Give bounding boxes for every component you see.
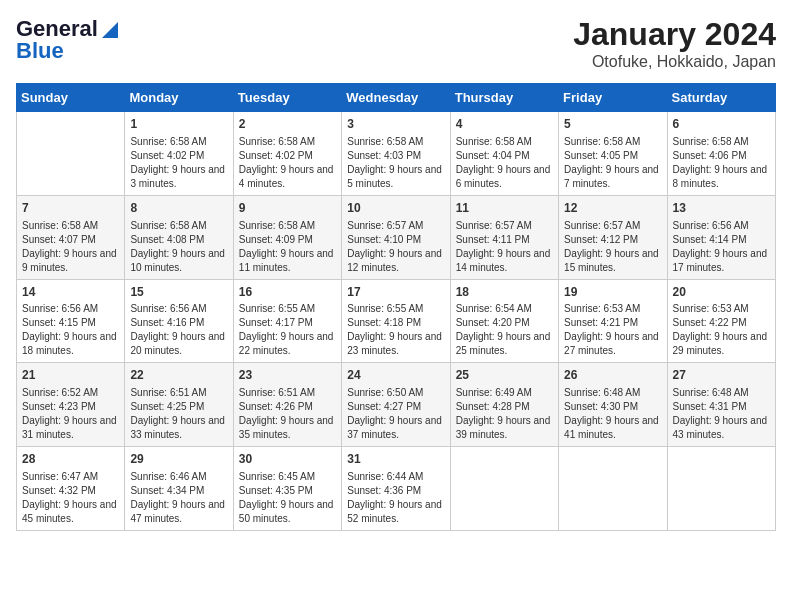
day-number: 19 [564, 284, 661, 301]
week-row-2: 14Sunrise: 6:56 AMSunset: 4:15 PMDayligh… [17, 279, 776, 363]
header-wednesday: Wednesday [342, 84, 450, 112]
page-title: January 2024 [573, 16, 776, 53]
day-number: 13 [673, 200, 770, 217]
day-info: Sunrise: 6:55 AMSunset: 4:18 PMDaylight:… [347, 302, 444, 358]
day-info: Sunrise: 6:56 AMSunset: 4:16 PMDaylight:… [130, 302, 227, 358]
calendar-cell: 7Sunrise: 6:58 AMSunset: 4:07 PMDaylight… [17, 195, 125, 279]
calendar-cell: 13Sunrise: 6:56 AMSunset: 4:14 PMDayligh… [667, 195, 775, 279]
day-number: 31 [347, 451, 444, 468]
day-info: Sunrise: 6:58 AMSunset: 4:09 PMDaylight:… [239, 219, 336, 275]
calendar-cell [450, 447, 558, 531]
day-number: 22 [130, 367, 227, 384]
day-number: 28 [22, 451, 119, 468]
day-number: 18 [456, 284, 553, 301]
day-info: Sunrise: 6:58 AMSunset: 4:03 PMDaylight:… [347, 135, 444, 191]
calendar-header-row: SundayMondayTuesdayWednesdayThursdayFrid… [17, 84, 776, 112]
day-info: Sunrise: 6:57 AMSunset: 4:12 PMDaylight:… [564, 219, 661, 275]
day-info: Sunrise: 6:46 AMSunset: 4:34 PMDaylight:… [130, 470, 227, 526]
day-info: Sunrise: 6:58 AMSunset: 4:05 PMDaylight:… [564, 135, 661, 191]
calendar-cell: 30Sunrise: 6:45 AMSunset: 4:35 PMDayligh… [233, 447, 341, 531]
day-number: 8 [130, 200, 227, 217]
day-info: Sunrise: 6:57 AMSunset: 4:10 PMDaylight:… [347, 219, 444, 275]
week-row-1: 7Sunrise: 6:58 AMSunset: 4:07 PMDaylight… [17, 195, 776, 279]
logo-arrow-icon [100, 18, 120, 40]
calendar-cell: 22Sunrise: 6:51 AMSunset: 4:25 PMDayligh… [125, 363, 233, 447]
calendar-cell: 12Sunrise: 6:57 AMSunset: 4:12 PMDayligh… [559, 195, 667, 279]
week-row-4: 28Sunrise: 6:47 AMSunset: 4:32 PMDayligh… [17, 447, 776, 531]
day-info: Sunrise: 6:53 AMSunset: 4:21 PMDaylight:… [564, 302, 661, 358]
header-monday: Monday [125, 84, 233, 112]
day-info: Sunrise: 6:58 AMSunset: 4:04 PMDaylight:… [456, 135, 553, 191]
day-number: 3 [347, 116, 444, 133]
day-number: 25 [456, 367, 553, 384]
calendar-cell: 10Sunrise: 6:57 AMSunset: 4:10 PMDayligh… [342, 195, 450, 279]
day-info: Sunrise: 6:56 AMSunset: 4:15 PMDaylight:… [22, 302, 119, 358]
header-thursday: Thursday [450, 84, 558, 112]
day-number: 14 [22, 284, 119, 301]
day-number: 30 [239, 451, 336, 468]
day-number: 24 [347, 367, 444, 384]
calendar-cell: 15Sunrise: 6:56 AMSunset: 4:16 PMDayligh… [125, 279, 233, 363]
calendar-cell: 14Sunrise: 6:56 AMSunset: 4:15 PMDayligh… [17, 279, 125, 363]
day-info: Sunrise: 6:49 AMSunset: 4:28 PMDaylight:… [456, 386, 553, 442]
day-number: 6 [673, 116, 770, 133]
svg-marker-0 [102, 22, 118, 38]
page-header: General Blue January 2024 Otofuke, Hokka… [16, 16, 776, 71]
day-number: 20 [673, 284, 770, 301]
day-info: Sunrise: 6:45 AMSunset: 4:35 PMDaylight:… [239, 470, 336, 526]
day-info: Sunrise: 6:58 AMSunset: 4:08 PMDaylight:… [130, 219, 227, 275]
header-sunday: Sunday [17, 84, 125, 112]
day-number: 1 [130, 116, 227, 133]
calendar-cell [559, 447, 667, 531]
day-info: Sunrise: 6:52 AMSunset: 4:23 PMDaylight:… [22, 386, 119, 442]
calendar-cell: 5Sunrise: 6:58 AMSunset: 4:05 PMDaylight… [559, 112, 667, 196]
day-info: Sunrise: 6:58 AMSunset: 4:06 PMDaylight:… [673, 135, 770, 191]
logo: General Blue [16, 16, 120, 64]
day-number: 9 [239, 200, 336, 217]
day-info: Sunrise: 6:55 AMSunset: 4:17 PMDaylight:… [239, 302, 336, 358]
calendar-cell: 11Sunrise: 6:57 AMSunset: 4:11 PMDayligh… [450, 195, 558, 279]
day-info: Sunrise: 6:48 AMSunset: 4:31 PMDaylight:… [673, 386, 770, 442]
calendar-cell: 17Sunrise: 6:55 AMSunset: 4:18 PMDayligh… [342, 279, 450, 363]
day-info: Sunrise: 6:53 AMSunset: 4:22 PMDaylight:… [673, 302, 770, 358]
day-info: Sunrise: 6:51 AMSunset: 4:26 PMDaylight:… [239, 386, 336, 442]
week-row-0: 1Sunrise: 6:58 AMSunset: 4:02 PMDaylight… [17, 112, 776, 196]
day-number: 16 [239, 284, 336, 301]
logo-blue: Blue [16, 38, 64, 64]
day-number: 17 [347, 284, 444, 301]
day-number: 27 [673, 367, 770, 384]
calendar-cell: 3Sunrise: 6:58 AMSunset: 4:03 PMDaylight… [342, 112, 450, 196]
calendar-cell: 31Sunrise: 6:44 AMSunset: 4:36 PMDayligh… [342, 447, 450, 531]
calendar-cell: 29Sunrise: 6:46 AMSunset: 4:34 PMDayligh… [125, 447, 233, 531]
calendar-cell: 23Sunrise: 6:51 AMSunset: 4:26 PMDayligh… [233, 363, 341, 447]
week-row-3: 21Sunrise: 6:52 AMSunset: 4:23 PMDayligh… [17, 363, 776, 447]
calendar-cell: 6Sunrise: 6:58 AMSunset: 4:06 PMDaylight… [667, 112, 775, 196]
calendar-cell [667, 447, 775, 531]
day-info: Sunrise: 6:51 AMSunset: 4:25 PMDaylight:… [130, 386, 227, 442]
day-number: 15 [130, 284, 227, 301]
calendar-cell: 19Sunrise: 6:53 AMSunset: 4:21 PMDayligh… [559, 279, 667, 363]
day-number: 23 [239, 367, 336, 384]
day-info: Sunrise: 6:47 AMSunset: 4:32 PMDaylight:… [22, 470, 119, 526]
day-number: 29 [130, 451, 227, 468]
calendar-cell: 25Sunrise: 6:49 AMSunset: 4:28 PMDayligh… [450, 363, 558, 447]
header-saturday: Saturday [667, 84, 775, 112]
calendar-cell: 8Sunrise: 6:58 AMSunset: 4:08 PMDaylight… [125, 195, 233, 279]
calendar-cell: 1Sunrise: 6:58 AMSunset: 4:02 PMDaylight… [125, 112, 233, 196]
day-info: Sunrise: 6:50 AMSunset: 4:27 PMDaylight:… [347, 386, 444, 442]
calendar-cell: 2Sunrise: 6:58 AMSunset: 4:02 PMDaylight… [233, 112, 341, 196]
calendar-cell: 27Sunrise: 6:48 AMSunset: 4:31 PMDayligh… [667, 363, 775, 447]
day-info: Sunrise: 6:58 AMSunset: 4:07 PMDaylight:… [22, 219, 119, 275]
calendar-table: SundayMondayTuesdayWednesdayThursdayFrid… [16, 83, 776, 531]
calendar-cell: 18Sunrise: 6:54 AMSunset: 4:20 PMDayligh… [450, 279, 558, 363]
calendar-cell: 9Sunrise: 6:58 AMSunset: 4:09 PMDaylight… [233, 195, 341, 279]
day-info: Sunrise: 6:57 AMSunset: 4:11 PMDaylight:… [456, 219, 553, 275]
day-info: Sunrise: 6:56 AMSunset: 4:14 PMDaylight:… [673, 219, 770, 275]
day-number: 11 [456, 200, 553, 217]
day-number: 21 [22, 367, 119, 384]
page-subtitle: Otofuke, Hokkaido, Japan [573, 53, 776, 71]
calendar-cell: 20Sunrise: 6:53 AMSunset: 4:22 PMDayligh… [667, 279, 775, 363]
calendar-cell: 4Sunrise: 6:58 AMSunset: 4:04 PMDaylight… [450, 112, 558, 196]
day-number: 12 [564, 200, 661, 217]
calendar-cell: 24Sunrise: 6:50 AMSunset: 4:27 PMDayligh… [342, 363, 450, 447]
